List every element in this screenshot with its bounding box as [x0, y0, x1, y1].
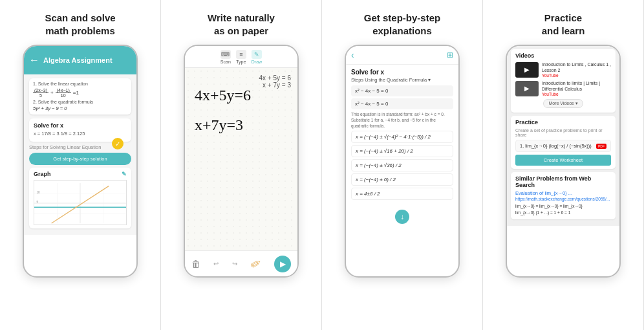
p1-plus: + [50, 90, 54, 96]
p3-method[interactable]: Steps Using the Quadratic Formula ▾ [351, 77, 453, 83]
p4-math-line1: lim_{x→0} = lim_{x→0} = lim_{x→0} [515, 203, 611, 210]
p2-type-label: Type [236, 60, 246, 64]
p4-pdf-badge: PDF [596, 144, 606, 149]
p4-practice-eq: 1. lim_{x→0} (log(−x) / (−sin(5x))) PDF [515, 140, 611, 152]
p4-videos-title: Videos [515, 52, 611, 59]
p1-solve-title: Solve for x [34, 122, 127, 129]
phone-mockup-3: ‹ ⊞ Solve for x Steps Using the Quadrati… [345, 45, 460, 278]
p1-step-btn[interactable]: Get step-by-step solution [29, 153, 131, 165]
panel-practice: Practice and learn Videos ▶ Introduction… [483, 0, 644, 330]
p3-step5: x = 4±6 / 2 [351, 188, 453, 200]
p3-solve-title: Solve for x [351, 69, 453, 76]
p1-graph-edit-icon[interactable]: ✎ [122, 171, 127, 177]
p1-task1: 1. Solve the linear equation [33, 82, 127, 86]
svg-text:5: 5 [37, 201, 39, 204]
p2-scan-icon: ⌨ [220, 50, 231, 59]
p4-video1-row[interactable]: ▶ Introduction to Limits , Calculus 1 , … [515, 61, 611, 78]
p3-back-icon[interactable]: ‹ [351, 50, 354, 60]
p2-redo-icon[interactable]: ↪ [232, 260, 237, 267]
panel-steps: Get step-by-step explanations ‹ ⊞ Solve … [322, 0, 483, 330]
p3-download-btn[interactable]: ↓ [395, 210, 409, 224]
p2-handwritten-eq2: x+7y=3 [195, 111, 288, 140]
panel3-title: Get step-by-step explanations [364, 12, 440, 37]
p1-equals: =1 [73, 90, 79, 96]
p2-canvas: 4x + 5y = 6 x + 7y = 3 4x+5y=6 x+7y=3 [185, 68, 297, 250]
panel2-title: Write naturally as on paper [208, 12, 275, 37]
p4-practice-section: Practice Create a set of practice proble… [511, 116, 616, 169]
p1-graph-section: Graph ✎ 10 5 [29, 168, 131, 228]
panel-write: Write naturally as on paper ⌨ Scan ≡ Typ… [161, 0, 322, 330]
p4-eq-text: 1. lim_{x→0} (log(−x) / (−sin(5x))) [520, 143, 592, 149]
p2-toolbar: ⌨ Scan ≡ Type ✎ Draw [185, 46, 297, 68]
p4-body: Videos ▶ Introduction to Limits , Calcul… [507, 46, 619, 226]
p2-draw-tool[interactable]: ✎ Draw [252, 50, 262, 64]
p1-back-icon[interactable]: ← [29, 54, 39, 66]
p3-bookmark-icon[interactable]: ⊞ [447, 50, 453, 60]
p3-body: Solve for x Steps Using the Quadratic Fo… [346, 65, 458, 206]
p2-type-tool[interactable]: ≡ Type [236, 50, 246, 64]
p2-undo-icon[interactable]: ↩ [213, 260, 219, 267]
p3-eq1: x² − 4x − 5 = 0 [351, 85, 453, 96]
p2-bottom-bar: 🗑 ↩ ↪ ✏ ▶ [185, 250, 297, 276]
p2-draw-label: Draw [252, 60, 262, 64]
p3-explanation: This equation is in standard form: ax² +… [351, 111, 453, 129]
p2-trash-icon[interactable]: 🗑 [191, 259, 200, 269]
p4-worksheet-btn[interactable]: Create Worksheet [515, 155, 611, 166]
p4-practice-title: Practice [515, 119, 611, 126]
p2-handwriting-area: 4x+5y=6 x+7y=3 [185, 68, 297, 153]
p2-draw-icon: ✎ [252, 50, 262, 59]
p3-step3: x = (−(−4) ± √36) / 2 [351, 159, 453, 171]
p4-similar-section: Similar Problems from Web Search Evaluat… [511, 172, 616, 219]
p2-handwritten-eq1: 4x+5y=6 [195, 81, 288, 111]
phone-mockup-2: ⌨ Scan ≡ Type ✎ Draw 4x + 5y = 6 x + 7y … [184, 45, 299, 278]
p3-step2: x = (−(−4) ± √16 + 20) / 2 [351, 145, 453, 157]
p4-video1-thumb: ▶ [515, 62, 539, 78]
p4-practice-desc: Create a set of practice problems to pri… [515, 128, 611, 137]
p1-check-icon: ✓ [112, 138, 123, 149]
phone-mockup-4: Videos ▶ Introduction to Limits , Calcul… [506, 45, 621, 278]
panel1-title: Scan and solve math problems [45, 12, 115, 37]
p1-quadratic: 5y² + 3y − 9 = 0 [33, 105, 127, 111]
p1-phone-header: ← Algebra Assignment [24, 46, 136, 74]
p2-scan-label: Scan [220, 60, 231, 64]
phone-mockup-1: ← Algebra Assignment 1. Solve the linear… [23, 45, 138, 278]
p1-graph-title: Graph ✎ [34, 171, 127, 177]
p2-type-icon: ≡ [236, 50, 246, 59]
p1-header-title: Algebra Assignment [43, 56, 113, 64]
p1-fraction2: (4x−1)10 [56, 88, 71, 98]
p1-fraction1-num-label: (2x−3)5 [33, 88, 48, 98]
p4-video2-thumb: ▶ [515, 81, 539, 96]
p2-pencil-icon: ✏ [247, 254, 264, 273]
p1-body: 1. Solve the linear equation (2x−3)5 + (… [24, 74, 136, 235]
p4-similar-link[interactable]: Evaluation of lim_{x→0} ... [515, 190, 611, 196]
p4-videos-section: Videos ▶ Introduction to Limits , Calcul… [511, 49, 616, 113]
p4-video2-info: Introduction to limits | Limits | Differ… [542, 80, 611, 96]
p4-video2-row[interactable]: ▶ Introduction to limits | Limits | Diff… [515, 80, 611, 96]
p4-video2-title: Introduction to limits | Limits | Differ… [542, 80, 611, 92]
p4-more-videos-btn[interactable]: More Videos ▾ [543, 99, 583, 108]
p1-graph-area: 10 5 [34, 180, 127, 225]
panel4-title: Practice and learn [542, 12, 585, 37]
p2-send-btn[interactable]: ▶ [274, 256, 291, 272]
p1-solve-eq: x = 17/8 = 3 1/8 = 2.125 [34, 131, 127, 137]
p2-scan-tool[interactable]: ⌨ Scan [220, 50, 231, 64]
p3-step1: x = (−(−4) ± √(−4)² − 4·1·(−5)) / 2 [351, 131, 453, 143]
p3-header: ‹ ⊞ [346, 46, 458, 65]
p4-similar-url[interactable]: https://math.stackexchange.com/questions… [515, 197, 611, 201]
p3-step4: x = (−(−4) ± 6) / 2 [351, 173, 453, 186]
p4-video2-source: YouTube [542, 92, 611, 96]
p4-math-line2: lim_{x→0} (1 + ...) = 1 + 0 = 1 [515, 210, 611, 216]
p4-video1-source: YouTube [542, 73, 611, 78]
panel-scan-solve: Scan and solve math problems ← Algebra A… [0, 0, 161, 330]
p4-video1-info: Introduction to Limits , Calculus 1 , Le… [542, 61, 611, 78]
p1-fraction-row: (2x−3)5 + (4x−1)10 =1 [33, 88, 127, 98]
p1-solve-box: Solve for x x = 17/8 = 3 1/8 = 2.125 ✓ [29, 118, 131, 142]
svg-text:10: 10 [37, 191, 40, 194]
p4-similar-title: Similar Problems from Web Search [515, 175, 611, 188]
p1-assignment-box: 1. Solve the linear equation (2x−3)5 + (… [29, 78, 131, 115]
p3-eq2: x² − 4x − 5 = 0 [351, 98, 453, 109]
p1-task2: 2. Solve the quadratic formula [33, 100, 127, 104]
p4-video1-title: Introduction to Limits , Calculus 1 , Le… [542, 61, 611, 73]
